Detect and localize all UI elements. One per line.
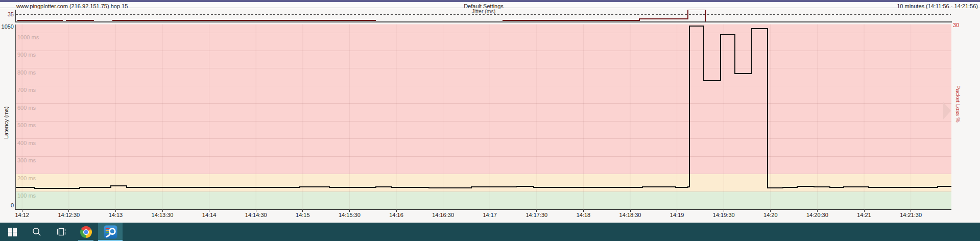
x-tick-label: 14:16: [389, 212, 403, 218]
windows-taskbar: CES 14:32 26.10.2018: [0, 223, 980, 241]
x-tick-label: 14:13: [109, 212, 123, 218]
gridline-label: 500 ms: [17, 122, 36, 128]
x-tick-label: 14:19: [670, 212, 684, 218]
timeline-chart-region: 100 ms200 ms300 ms400 ms500 ms600 ms700 …: [0, 0, 980, 223]
packetloss-max-label: 30: [953, 22, 959, 28]
latency-band: [16, 25, 951, 174]
taskbar-search-button[interactable]: [25, 223, 49, 241]
pingplotter-timeline-screen: www.pingplotter.com (216.92.151.75) hop …: [0, 0, 980, 241]
x-tick-label: 14:17: [483, 212, 497, 218]
start-button[interactable]: [0, 223, 25, 241]
windows-logo-icon: [8, 228, 17, 236]
chrome-icon: [80, 226, 92, 238]
x-tick-label: 14:16:30: [432, 212, 454, 218]
latency-band: [16, 191, 951, 209]
latency-axis-title: Latency (ms): [3, 106, 9, 139]
search-icon: [32, 227, 41, 236]
x-tick-label: 14:13:30: [152, 212, 174, 218]
x-tick-label: 14:19:30: [713, 212, 735, 218]
packetloss-axis-title: Packet Loss %: [955, 85, 961, 123]
x-tick-label: 14:15:30: [339, 212, 361, 218]
x-tick-label: 14:14:30: [245, 212, 267, 218]
gridline-label: 800 ms: [17, 69, 36, 76]
x-tick-label: 14:21:30: [900, 212, 922, 218]
x-tick-label: 14:18:30: [619, 212, 641, 218]
gridline-label: 300 ms: [17, 157, 36, 163]
gridline-label: 100 ms: [17, 192, 36, 199]
x-tick-label: 14:18: [577, 212, 591, 218]
gridline-label: 400 ms: [17, 140, 36, 146]
chrome-taskbar-button[interactable]: [74, 223, 98, 241]
x-tick-label: 14:12:30: [58, 212, 80, 218]
latency-max-label: 1050: [0, 24, 14, 30]
x-tick-label: 14:20: [763, 212, 778, 218]
gridline-label: 900 ms: [17, 52, 36, 58]
task-view-icon: [57, 228, 66, 236]
x-tick-label: 14:14: [202, 212, 217, 218]
x-tick-label: 14:15: [296, 212, 310, 218]
pingplotter-taskbar-button[interactable]: [98, 223, 123, 241]
gridline-label: 1000 ms: [17, 34, 39, 40]
gridline-label: 600 ms: [17, 105, 36, 111]
x-tick-label: 14:17:30: [525, 212, 547, 218]
latency-band: [16, 174, 951, 191]
gridline-label: 200 ms: [17, 175, 36, 181]
pingplotter-icon: [104, 225, 117, 239]
task-view-button[interactable]: [49, 223, 74, 241]
gridline-label: 700 ms: [17, 87, 36, 93]
x-tick-label: 14:20:30: [806, 212, 828, 218]
jitter-scale-label: 35: [0, 12, 14, 17]
x-tick-label: 14:12: [15, 212, 29, 218]
timeline-graph[interactable]: 100 ms200 ms300 ms400 ms500 ms600 ms700 …: [0, 0, 980, 223]
jitter-graph-title: Jitter (ms): [16, 9, 951, 14]
latency-min-label: 0: [0, 203, 14, 208]
x-tick-label: 14:21: [857, 212, 871, 218]
